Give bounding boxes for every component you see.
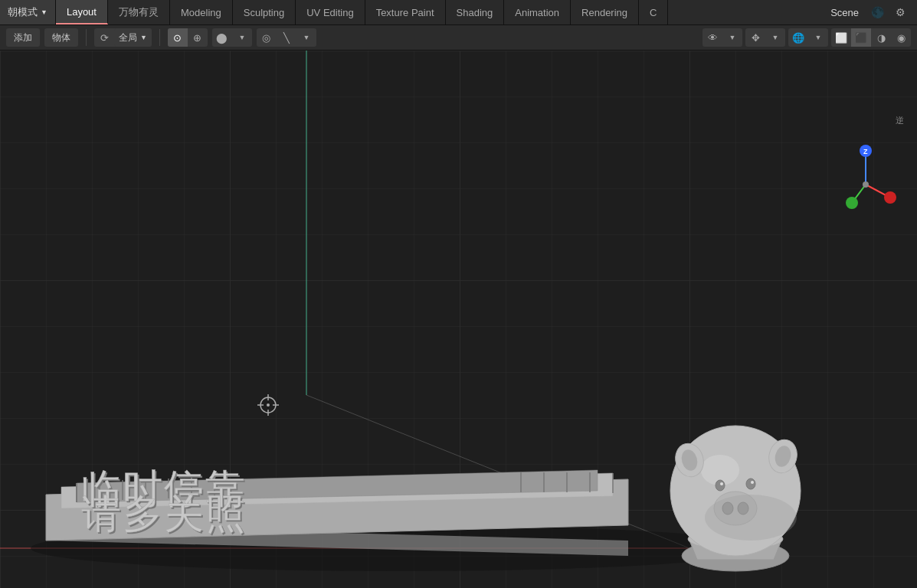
- tabs-container: Layout万物有灵ModelingSculptingUV EditingTex…: [56, 0, 669, 24]
- world-drop-icon[interactable]: ▼: [808, 28, 828, 47]
- eye-drop-icon[interactable]: ▼: [722, 28, 742, 47]
- gizmo-icon[interactable]: ✥: [745, 28, 765, 47]
- transform-icon[interactable]: ⟳: [94, 28, 114, 47]
- snap-group: ⬤ ▼: [212, 28, 252, 47]
- gizmo-drop-icon[interactable]: ▼: [765, 28, 785, 47]
- settings-icon[interactable]: ⚙: [889, 2, 911, 23]
- viewport[interactable]: 临时停靠 请多关照 临时停靠 请多关照: [0, 51, 917, 588]
- overlay-group: 👁 ▼: [702, 28, 742, 47]
- eye-icon[interactable]: 👁: [702, 28, 722, 47]
- magnet-drop-icon[interactable]: ▼: [232, 28, 252, 47]
- falloff-icon[interactable]: ╲: [277, 28, 296, 47]
- svg-point-38: [751, 481, 754, 484]
- magnet-icon[interactable]: ⬤: [212, 28, 232, 47]
- tab-万物有灵[interactable]: 万物有灵: [108, 0, 170, 24]
- scene-label: Scene: [824, 7, 865, 18]
- right-toolbar-group: 👁 ▼ ✥ ▼ 🌐 ▼ ⬜ ⬛ ◑ ◉: [702, 28, 911, 47]
- tab-c[interactable]: C: [639, 0, 668, 24]
- viewport-direction-label: 逆: [896, 116, 904, 125]
- top-bar: 朝模式 ▼ Layout万物有灵ModelingSculptingUV Edit…: [0, 0, 917, 25]
- svg-point-57: [267, 403, 270, 407]
- global-dropdown-icon: ▼: [140, 34, 147, 41]
- tab-shading[interactable]: Shading: [446, 0, 505, 24]
- wireframe-icon[interactable]: ⬜: [831, 28, 851, 47]
- tab-texture-paint[interactable]: Texture Paint: [365, 0, 446, 24]
- mode-label: 朝模式: [8, 5, 38, 19]
- tab-layout[interactable]: Layout: [56, 0, 108, 24]
- toolbar-divider-2: [159, 29, 160, 46]
- gizmo-group: ✥ ▼: [745, 28, 785, 47]
- tab-modeling[interactable]: Modeling: [170, 0, 233, 24]
- material-icon[interactable]: ◑: [871, 28, 891, 47]
- svg-point-51: [863, 181, 869, 188]
- svg-point-50: [846, 197, 858, 209]
- toolbar-divider-1: [86, 29, 87, 46]
- svg-point-48: [884, 191, 896, 204]
- svg-point-43: [705, 495, 797, 541]
- solid-icon[interactable]: ⬛: [851, 28, 871, 47]
- viewport-shading-group: 🌐 ▼: [788, 28, 828, 47]
- object-button[interactable]: 物体: [44, 28, 78, 47]
- tab-uv-editing[interactable]: UV Editing: [296, 0, 365, 24]
- mode-dropdown-icon: ▼: [41, 8, 47, 16]
- svg-point-35: [716, 480, 725, 491]
- global-label: 全局: [119, 31, 137, 44]
- pivot-group: ⊙ ⊕: [168, 28, 208, 47]
- world-icon[interactable]: 🌐: [788, 28, 808, 47]
- tab-sculpting[interactable]: Sculpting: [233, 0, 296, 24]
- svg-text:请多关照: 请多关照: [81, 492, 247, 536]
- render-view-icon[interactable]: ◉: [891, 28, 911, 47]
- second-bar: 添加 物体 ⟳ 全局 ▼ ⊙ ⊕ ⬤ ▼ ◎ ╲ ▼ 👁 ▼ ✥ ▼ 🌐: [0, 25, 917, 51]
- render-icon[interactable]: 🌑: [866, 2, 888, 23]
- tab-rendering[interactable]: Rendering: [571, 0, 639, 24]
- falloff-drop-icon[interactable]: ▼: [296, 28, 316, 47]
- svg-point-37: [720, 482, 723, 485]
- svg-point-36: [746, 479, 755, 489]
- transform-group: ⟳ 全局 ▼: [94, 28, 152, 47]
- tab-animation[interactable]: Animation: [504, 0, 571, 24]
- add-button[interactable]: 添加: [6, 28, 40, 47]
- pivot-icon[interactable]: ⊙: [168, 28, 188, 47]
- right-bar-items: Scene 🌑 ⚙: [824, 0, 917, 24]
- mode-button[interactable]: 朝模式 ▼: [0, 0, 56, 24]
- proportional-group: ◎ ╲ ▼: [257, 28, 316, 47]
- global-select[interactable]: 全局 ▼: [114, 28, 152, 47]
- snap-icon[interactable]: ⊕: [188, 28, 208, 47]
- svg-text:Z: Z: [863, 148, 868, 155]
- shading-mode-group: ⬜ ⬛ ◑ ◉: [831, 28, 911, 47]
- proportional-icon[interactable]: ◎: [257, 28, 277, 47]
